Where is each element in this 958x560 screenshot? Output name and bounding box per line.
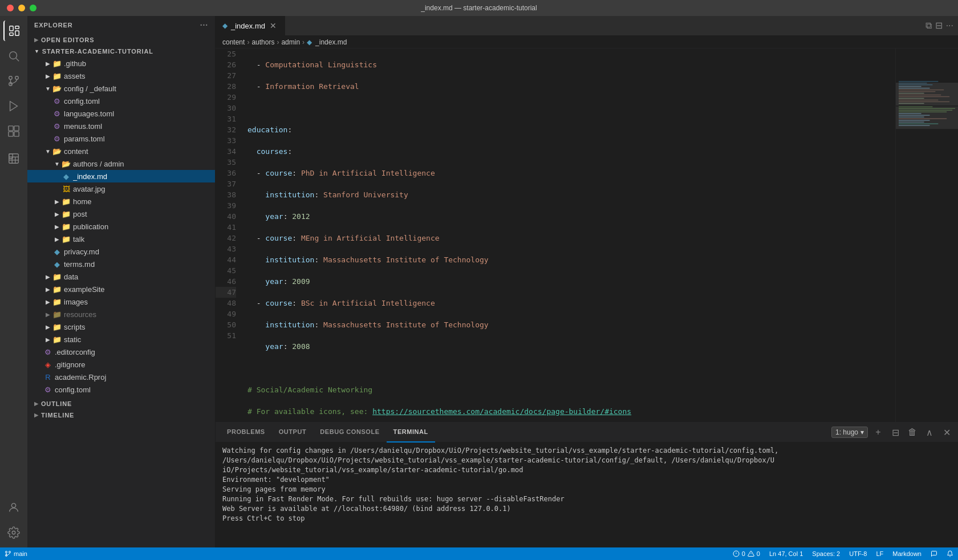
folder-icon-talk: 📁 bbox=[62, 234, 71, 244]
tree-item-index-md[interactable]: ◆ _index.md bbox=[27, 170, 215, 182]
status-errors[interactable]: 0 0 bbox=[728, 547, 765, 560]
tree-item-publication[interactable]: ▶ 📁 publication bbox=[27, 220, 215, 233]
tab-close-button[interactable]: ✕ bbox=[269, 21, 278, 30]
tree-item-resources[interactable]: ▶ 📁 resources bbox=[27, 308, 215, 320]
tree-item-config[interactable]: ▼ 📂 config / _default bbox=[27, 82, 215, 95]
tree-item-config-toml[interactable]: ⚙ config.toml bbox=[27, 95, 215, 107]
activity-settings[interactable] bbox=[3, 522, 24, 543]
tree-label-data: data bbox=[64, 273, 215, 281]
activity-extensions[interactable] bbox=[3, 121, 24, 141]
folder-icon-images: 📁 bbox=[52, 297, 62, 306]
split-terminal-button[interactable]: ⊟ bbox=[888, 425, 902, 439]
sidebar-header: EXPLORER ··· bbox=[27, 16, 215, 34]
tree-item-gitignore[interactable]: ◈ .gitignore bbox=[27, 358, 215, 371]
breadcrumb-item-content[interactable]: content bbox=[222, 38, 245, 46]
status-encoding-label: UTF-8 bbox=[849, 550, 867, 557]
terminal-line: Press Ctrl+C to stop bbox=[222, 514, 951, 524]
activity-source-control[interactable] bbox=[3, 71, 24, 91]
status-line-col[interactable]: Ln 47, Col 1 bbox=[765, 547, 807, 560]
breadcrumb-item-authors[interactable]: authors bbox=[251, 38, 274, 46]
editor-layout-icon[interactable]: ⊟ bbox=[935, 20, 943, 31]
code-area[interactable]: - Computational Linguistics - Informatio… bbox=[243, 48, 895, 422]
status-notifications[interactable] bbox=[942, 547, 958, 560]
status-eol[interactable]: LF bbox=[871, 547, 888, 560]
tree-item-editorconfig[interactable]: ⚙ .editorconfig bbox=[27, 346, 215, 358]
section-open-editors[interactable]: ▶ OPEN EDITORS bbox=[27, 34, 215, 46]
tree-item-github[interactable]: ▶ 📁 .github bbox=[27, 57, 215, 70]
tree-item-rproj[interactable]: R academic.Rproj bbox=[27, 371, 215, 383]
folder-icon-publication: 📁 bbox=[62, 222, 71, 231]
more-actions-icon[interactable]: ··· bbox=[946, 21, 953, 31]
status-feedback[interactable] bbox=[926, 547, 942, 560]
tab-bar: ◆ _index.md ✕ ⧉ ⊟ ··· bbox=[216, 16, 958, 36]
section-outline-label: OUTLINE bbox=[41, 400, 72, 407]
panel-close-button[interactable]: ✕ bbox=[940, 425, 953, 439]
activity-run[interactable] bbox=[3, 96, 24, 116]
folder-icon-resources: 📁 bbox=[52, 310, 62, 319]
tree-item-root-config-toml[interactable]: ⚙ config.toml bbox=[27, 383, 215, 396]
terminal-line: Running in Fast Render Mode. For full re… bbox=[222, 494, 951, 504]
breadcrumb-item-file[interactable]: _index.md bbox=[315, 38, 347, 46]
svg-rect-1 bbox=[15, 26, 19, 29]
tree-item-post[interactable]: ▶ 📁 post bbox=[27, 208, 215, 220]
tree-item-authors-admin[interactable]: ▼ 📂 authors / admin bbox=[27, 157, 215, 170]
tree-label-content: content bbox=[64, 147, 215, 156]
activity-explorer[interactable] bbox=[3, 21, 24, 41]
tree-label-rproj: academic.Rproj bbox=[55, 373, 215, 382]
activity-account[interactable] bbox=[3, 497, 24, 518]
terminal-content[interactable]: Watching for config changes in /Users/da… bbox=[216, 443, 958, 547]
tree-item-content[interactable]: ▼ 📂 content bbox=[27, 145, 215, 157]
tab-index-md[interactable]: ◆ _index.md ✕ bbox=[216, 16, 285, 35]
tree-label-talk: talk bbox=[73, 235, 215, 244]
status-language-label: Markdown bbox=[892, 550, 922, 557]
tree-item-images[interactable]: ▶ 📁 images bbox=[27, 295, 215, 308]
tree-item-examplesite[interactable]: ▶ 📁 exampleSite bbox=[27, 283, 215, 295]
tree-label-menus-toml: menus.toml bbox=[64, 122, 215, 131]
tree-item-terms[interactable]: ◆ terms.md bbox=[27, 258, 215, 270]
activity-database[interactable] bbox=[3, 148, 24, 169]
panel-maximize-button[interactable]: ∧ bbox=[923, 425, 936, 439]
tab-problems[interactable]: PROBLEMS bbox=[220, 423, 272, 443]
tree-label-privacy: privacy.md bbox=[64, 247, 215, 256]
tree-item-params-toml[interactable]: ⚙ params.toml bbox=[27, 132, 215, 145]
tree-item-languages-toml[interactable]: ⚙ languages.toml bbox=[27, 107, 215, 120]
status-spaces[interactable]: Spaces: 2 bbox=[807, 547, 845, 560]
sidebar-tree: ▶ OPEN EDITORS ▼ STARTER-ACADEMIC-TUTORI… bbox=[27, 34, 215, 547]
terminal-selector-chevron: ▾ bbox=[860, 428, 864, 436]
section-project[interactable]: ▼ STARTER-ACADEMIC-TUTORIAL bbox=[27, 46, 215, 57]
maximize-button[interactable] bbox=[30, 5, 36, 11]
split-editor-icon[interactable]: ⧉ bbox=[925, 21, 932, 31]
tree-item-static[interactable]: ▶ 📁 static bbox=[27, 333, 215, 346]
delete-terminal-button[interactable]: 🗑 bbox=[906, 425, 919, 439]
minimap bbox=[895, 48, 958, 422]
status-language[interactable]: Markdown bbox=[888, 547, 926, 560]
breadcrumb-file-icon: ◆ bbox=[307, 38, 312, 46]
tab-output[interactable]: OUTPUT bbox=[272, 423, 314, 443]
status-encoding[interactable]: UTF-8 bbox=[845, 547, 871, 560]
tree-item-data[interactable]: ▶ 📁 data bbox=[27, 270, 215, 283]
tree-item-home[interactable]: ▶ 📁 home bbox=[27, 195, 215, 208]
close-button[interactable] bbox=[7, 5, 14, 11]
folder-icon-github: 📁 bbox=[52, 59, 62, 68]
tab-debug-console[interactable]: DEBUG CONSOLE bbox=[313, 423, 386, 443]
tree-item-menus-toml[interactable]: ⚙ menus.toml bbox=[27, 120, 215, 132]
activity-search[interactable] bbox=[3, 46, 24, 66]
tree-item-privacy[interactable]: ◆ privacy.md bbox=[27, 245, 215, 258]
status-line-col-label: Ln 47, Col 1 bbox=[769, 550, 803, 557]
tree-label-images: images bbox=[64, 298, 215, 306]
folder-icon-config: 📂 bbox=[52, 84, 62, 93]
tab-terminal[interactable]: TERMINAL bbox=[387, 423, 435, 443]
minimap-viewport[interactable] bbox=[896, 83, 958, 105]
tree-item-talk[interactable]: ▶ 📁 talk bbox=[27, 233, 215, 245]
section-timeline[interactable]: ▶ TIMELINE bbox=[27, 409, 215, 421]
status-branch[interactable]: main bbox=[0, 547, 32, 560]
breadcrumb-item-admin[interactable]: admin bbox=[281, 38, 300, 46]
tree-item-scripts[interactable]: ▶ 📁 scripts bbox=[27, 320, 215, 333]
tree-item-avatar[interactable]: 🖼 avatar.jpg bbox=[27, 182, 215, 195]
tree-item-assets[interactable]: ▶ 📁 assets bbox=[27, 70, 215, 82]
new-terminal-button[interactable]: + bbox=[871, 425, 885, 439]
minimize-button[interactable] bbox=[18, 5, 25, 11]
terminal-selector[interactable]: 1: hugo ▾ bbox=[831, 427, 868, 438]
section-outline[interactable]: ▶ OUTLINE bbox=[27, 398, 215, 409]
sidebar-more-icon[interactable]: ··· bbox=[200, 21, 208, 30]
